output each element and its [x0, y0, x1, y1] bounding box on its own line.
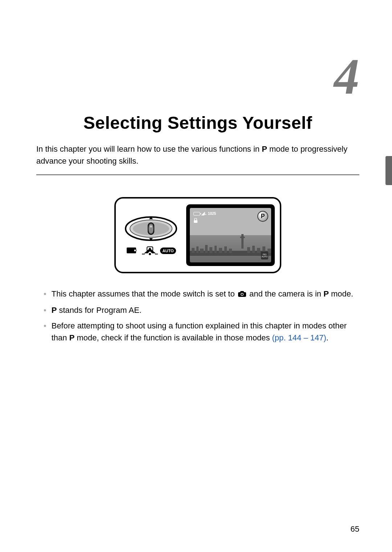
mode-figure: AUTO ◢L 1025	[114, 197, 281, 273]
svg-point-11	[149, 248, 151, 250]
svg-rect-26	[252, 246, 255, 253]
svg-point-4	[148, 224, 154, 233]
iso-auto-badge: ISO AUTO	[261, 252, 268, 259]
bullet-3-text-3: .	[326, 333, 328, 342]
svg-point-33	[241, 293, 243, 295]
p-mode-icon: P	[52, 306, 57, 315]
svg-rect-18	[200, 249, 204, 253]
list-item: • Before attempting to shoot using a fun…	[44, 320, 359, 344]
svg-rect-19	[205, 245, 208, 253]
page-ref-dash: –	[301, 333, 310, 342]
bullet-marker: •	[44, 288, 46, 300]
intro-paragraph: In this chapter you will learn how to us…	[36, 143, 359, 167]
p-mode-icon: P	[262, 144, 267, 154]
chapter-title: Selecting Settings Yourself	[36, 113, 359, 133]
svg-rect-23	[224, 246, 227, 253]
mode-switch-icon	[124, 214, 178, 243]
lock-icon	[193, 218, 198, 223]
svg-point-5	[150, 225, 152, 228]
lcd-screen: ◢L 1025	[186, 204, 275, 266]
mode-labels-icon: AUTO	[124, 245, 178, 256]
svg-rect-21	[215, 246, 217, 253]
bullet-1-text-2: and the camera is in	[247, 289, 323, 298]
svg-rect-27	[257, 248, 260, 253]
notes-list: • This chapter assumes that the mode swi…	[36, 288, 359, 344]
list-item: • P stands for Program AE.	[44, 304, 359, 316]
section-divider	[36, 174, 359, 175]
svg-rect-17	[196, 246, 199, 253]
chapter-number: 4	[36, 47, 359, 106]
bullet-1-text-1: This chapter assumes that the mode switc…	[52, 289, 237, 298]
svg-rect-25	[247, 247, 250, 253]
page-number: 65	[351, 524, 359, 534]
camera-icon	[238, 289, 246, 300]
svg-text:AUTO: AUTO	[162, 249, 173, 253]
battery-icon	[193, 212, 200, 216]
skyline-graphic	[190, 244, 271, 256]
p-mode-badge: P	[257, 211, 268, 222]
p-mode-icon: P	[323, 289, 329, 298]
chapter-edge-tab	[385, 156, 392, 185]
svg-rect-31	[240, 291, 244, 293]
intro-text-1: In this chapter you will learn how to us…	[36, 144, 262, 154]
list-item: • This chapter assumes that the mode swi…	[44, 288, 359, 300]
bullet-marker: •	[44, 320, 46, 344]
svg-rect-22	[219, 248, 222, 253]
bullet-marker: •	[44, 304, 46, 316]
bullet-3-text-2: mode, check if the function is available…	[74, 333, 272, 342]
svg-rect-16	[192, 248, 195, 253]
shots-remaining: 1025	[208, 212, 216, 216]
quality-icon: ◢L	[201, 212, 207, 216]
svg-point-9	[149, 253, 151, 255]
svg-rect-20	[209, 247, 212, 253]
page-ref-link-147[interactable]: 147)	[310, 333, 326, 342]
svg-rect-24	[229, 249, 232, 253]
svg-point-8	[134, 250, 136, 252]
p-mode-icon: P	[69, 333, 75, 342]
page-ref-link-144[interactable]: (pp. 144	[272, 333, 302, 342]
bullet-2-text: stands for Program AE.	[57, 306, 142, 315]
bullet-1-text-3: mode.	[329, 289, 353, 298]
svg-rect-14	[194, 220, 197, 223]
